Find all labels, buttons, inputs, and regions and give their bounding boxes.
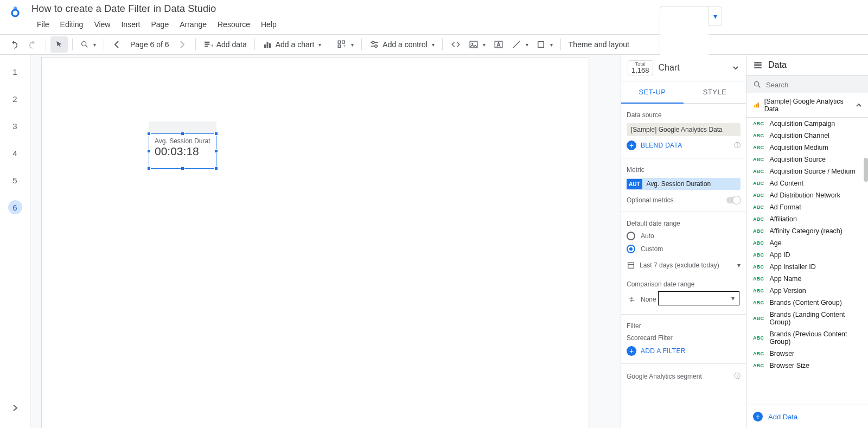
menu-resource[interactable]: Resource bbox=[212, 18, 256, 31]
share-dropdown[interactable]: ▾ bbox=[709, 7, 722, 26]
svg-rect-24 bbox=[538, 42, 544, 48]
type-badge: ABC bbox=[753, 300, 764, 305]
resize-handle[interactable] bbox=[147, 132, 151, 136]
looker-studio-logo[interactable] bbox=[9, 4, 26, 17]
field-row[interactable]: ABCAcquisition Campaign bbox=[746, 118, 868, 130]
help-icon[interactable]: ⓘ bbox=[734, 372, 741, 381]
svg-rect-34 bbox=[758, 103, 759, 107]
menu-insert[interactable]: Insert bbox=[116, 18, 145, 31]
add-filter-button[interactable]: ADD A FILTER bbox=[641, 347, 686, 355]
field-row[interactable]: ABCBrands (Landing Content Group) bbox=[746, 309, 868, 328]
tab-style[interactable]: STYLE bbox=[684, 81, 746, 104]
help-icon[interactable]: ⓘ bbox=[734, 141, 741, 150]
add-data-button[interactable]: +Add data bbox=[200, 36, 250, 53]
resize-handle[interactable] bbox=[147, 149, 151, 153]
field-row[interactable]: ABCAd Format bbox=[746, 201, 868, 213]
resize-handle[interactable] bbox=[181, 132, 184, 136]
search-icon bbox=[753, 80, 762, 89]
resize-handle[interactable] bbox=[214, 132, 218, 136]
field-row[interactable]: ABCApp Version bbox=[746, 285, 868, 297]
scrollbar[interactable] bbox=[864, 158, 868, 182]
page-thumb-1[interactable]: 1 bbox=[8, 65, 22, 79]
chart-type-selector[interactable]: Total 1,168 bbox=[628, 60, 653, 75]
type-badge: ABC bbox=[753, 351, 764, 356]
menu-file[interactable]: File bbox=[31, 18, 55, 31]
field-row[interactable]: ABCAcquisition Source bbox=[746, 154, 868, 165]
chevron-down-icon: ▾ bbox=[482, 42, 486, 48]
menu-page[interactable]: Page bbox=[145, 18, 174, 31]
redo-button[interactable] bbox=[24, 36, 41, 53]
menu-help[interactable]: Help bbox=[256, 18, 282, 31]
zoom-menu[interactable]: ▾ bbox=[77, 36, 99, 53]
date-range-select[interactable]: Last 7 days (exclude today) ▾ bbox=[627, 258, 741, 273]
svg-point-3 bbox=[82, 42, 86, 46]
menu-editing[interactable]: Editing bbox=[55, 18, 89, 31]
community-viz-button[interactable]: +▾ bbox=[334, 36, 357, 53]
comparison-dropdown-open[interactable]: ▾ bbox=[658, 291, 739, 305]
radio-custom[interactable]: Custom bbox=[627, 245, 741, 253]
text-button[interactable] bbox=[490, 36, 507, 53]
field-row[interactable]: ABCAffiliation bbox=[746, 213, 868, 225]
add-data-button[interactable]: + Add Data bbox=[746, 405, 868, 428]
resize-handle[interactable] bbox=[214, 149, 218, 153]
image-button[interactable]: ▾ bbox=[465, 36, 489, 53]
field-row[interactable]: ABCApp Installer ID bbox=[746, 261, 868, 273]
page-counter[interactable]: Page 6 of 6 bbox=[127, 36, 173, 53]
data-source-name: [Sample] Google Analytics Data bbox=[764, 98, 851, 113]
report-canvas[interactable]: Avg. Session Duration 00:03:18 bbox=[41, 57, 589, 428]
add-chart-button[interactable]: Add a chart▾ bbox=[259, 36, 325, 53]
field-name: App Version bbox=[769, 287, 806, 295]
undo-button[interactable] bbox=[5, 36, 23, 53]
page-thumb-6[interactable]: 6 bbox=[8, 200, 22, 214]
tab-setup[interactable]: SET-UP bbox=[621, 81, 684, 104]
next-page-button[interactable] bbox=[174, 36, 191, 53]
resize-handle[interactable] bbox=[181, 167, 184, 170]
resize-handle[interactable] bbox=[214, 167, 218, 170]
page-thumb-2[interactable]: 2 bbox=[8, 92, 22, 106]
line-button[interactable]: ▾ bbox=[508, 36, 532, 53]
field-row[interactable]: ABCBrands (Previous Content Group) bbox=[746, 328, 868, 348]
search-input[interactable] bbox=[766, 81, 861, 89]
theme-layout-button[interactable]: Theme and layout bbox=[565, 36, 633, 53]
field-row[interactable]: ABCApp Name bbox=[746, 273, 868, 285]
field-row[interactable]: ABCAd Content bbox=[746, 177, 868, 189]
chart-type-expand[interactable] bbox=[732, 64, 739, 72]
type-badge: ABC bbox=[753, 252, 764, 258]
prev-page-button[interactable] bbox=[108, 36, 126, 53]
shape-button[interactable]: ▾ bbox=[533, 36, 556, 53]
field-row[interactable]: ABCApp ID bbox=[746, 249, 868, 261]
doc-title[interactable]: How to create a Date Filter in Data Stud… bbox=[31, 3, 282, 15]
svg-line-31 bbox=[758, 86, 760, 87]
field-row[interactable]: ABCAcquisition Channel bbox=[746, 130, 868, 142]
page-thumb-3[interactable]: 3 bbox=[8, 119, 22, 133]
field-row[interactable]: ABCBrowser Size bbox=[746, 360, 868, 372]
field-row[interactable]: ABCAffinity Category (reach) bbox=[746, 225, 868, 237]
embed-button[interactable] bbox=[447, 36, 464, 53]
blend-data-button[interactable]: BLEND DATA bbox=[641, 142, 682, 149]
field-row[interactable]: ABCAcquisition Source / Medium bbox=[746, 165, 868, 177]
data-source-chip[interactable]: [Sample] Google Analytics Data bbox=[627, 123, 741, 136]
page-thumb-4[interactable]: 4 bbox=[8, 146, 22, 160]
chevron-down-icon: ▾ bbox=[713, 12, 717, 21]
collapse-strip-button[interactable] bbox=[11, 404, 19, 412]
resize-handle[interactable] bbox=[147, 167, 151, 170]
radio-auto[interactable]: Auto bbox=[627, 232, 741, 240]
text-icon bbox=[494, 40, 503, 49]
comparison-range-select[interactable]: None ▾ bbox=[627, 292, 741, 306]
metric-chip[interactable]: AUT Avg. Session Duration bbox=[627, 178, 741, 190]
menu-arrange[interactable]: Arrange bbox=[174, 18, 212, 31]
field-row[interactable]: ABCAcquisition Medium bbox=[746, 142, 868, 154]
field-row[interactable]: ABCAd Distribution Network bbox=[746, 189, 868, 201]
field-name: Ad Distribution Network bbox=[769, 191, 840, 199]
add-control-button[interactable]: Add a control▾ bbox=[366, 36, 438, 53]
select-tool[interactable] bbox=[50, 36, 68, 53]
cursor-icon bbox=[55, 40, 63, 49]
field-row[interactable]: ABCAge bbox=[746, 237, 868, 249]
type-badge: ABC bbox=[753, 228, 764, 234]
field-row[interactable]: ABCBrands (Content Group) bbox=[746, 297, 868, 309]
page-thumb-5[interactable]: 5 bbox=[8, 173, 22, 187]
field-row[interactable]: ABCBrowser bbox=[746, 348, 868, 360]
optional-metrics-toggle[interactable] bbox=[726, 197, 741, 203]
menu-view[interactable]: View bbox=[88, 18, 116, 31]
data-source-row[interactable]: [Sample] Google Analytics Data bbox=[746, 93, 868, 118]
